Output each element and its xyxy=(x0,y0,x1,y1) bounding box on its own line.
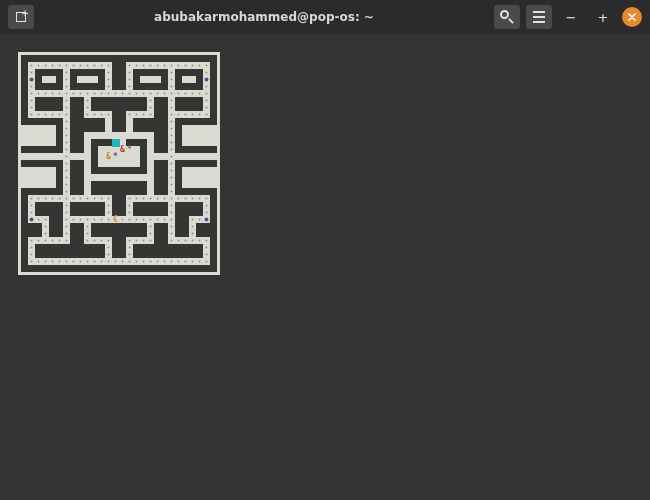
hamburger-icon xyxy=(533,11,545,23)
maximize-icon: + xyxy=(598,10,609,25)
game-viewport[interactable] xyxy=(18,52,220,275)
maximize-button[interactable]: + xyxy=(590,5,616,29)
search-icon xyxy=(500,10,514,24)
window-title: abubakarmohammed@pop-os: ~ xyxy=(40,10,488,24)
minimize-icon: − xyxy=(566,10,577,25)
close-icon xyxy=(627,12,637,22)
maze-canvas xyxy=(21,55,217,272)
terminal-content xyxy=(0,34,650,279)
new-tab-icon: + xyxy=(14,10,28,24)
search-button[interactable] xyxy=(494,5,520,29)
titlebar: + abubakarmohammed@pop-os: ~ − + xyxy=(0,0,650,34)
close-button[interactable] xyxy=(622,7,642,27)
minimize-button[interactable]: − xyxy=(558,5,584,29)
new-tab-button[interactable]: + xyxy=(8,5,34,29)
menu-button[interactable] xyxy=(526,5,552,29)
